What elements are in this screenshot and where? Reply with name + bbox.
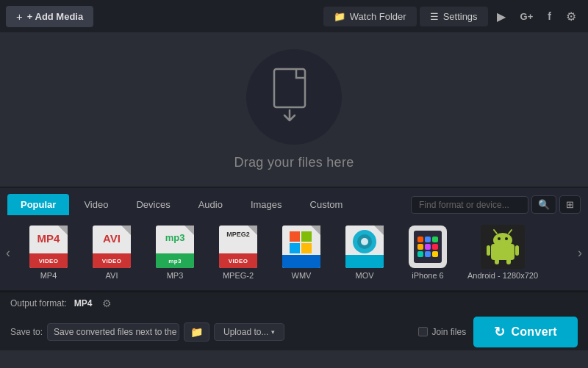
tab-popular[interactable]: Popular [7, 194, 69, 215]
mp3-icon: mp3 mp3 [153, 226, 197, 268]
tab-images[interactable]: Images [237, 194, 295, 215]
avi-icon: AVI VIDEO [90, 226, 134, 268]
save-path-text: Save converted files next to the o... [54, 327, 179, 337]
wmv-label: WMV [292, 271, 312, 280]
search-button[interactable]: 🔍 [531, 195, 556, 214]
drop-text: Drag your files here [234, 155, 354, 170]
svg-rect-14 [487, 245, 490, 256]
join-files-label[interactable]: Join files [418, 327, 466, 337]
plus-icon: + [16, 10, 23, 23]
svg-point-7 [361, 238, 368, 245]
mp4-icon: MP4 VIDEO [26, 226, 71, 268]
format-item-avi[interactable]: AVI VIDEO AVI [82, 221, 141, 284]
tab-custom[interactable]: Custom [297, 194, 356, 215]
svg-rect-17 [506, 259, 511, 264]
search-input[interactable] [411, 196, 528, 214]
mov-label: MOV [355, 271, 373, 280]
topbar: + + Add Media 📁 Watch Folder ☰ Settings … [0, 0, 588, 32]
settings-icon: ☰ [430, 11, 439, 22]
topbar-right: 📁 Watch Folder ☰ Settings ▶ G+ f ⚙ [323, 5, 582, 28]
svg-line-13 [509, 230, 512, 234]
watch-folder-icon: 📁 [334, 11, 345, 22]
format-search: 🔍 ⊞ [411, 195, 581, 214]
mp3-label: MP3 [167, 271, 184, 280]
svg-point-11 [505, 237, 508, 240]
output-format-label: Output format: [10, 298, 67, 309]
browse-folder-button[interactable]: 📁 [184, 322, 209, 342]
save-to-label: Save to: [10, 327, 43, 337]
facebook-button[interactable]: f [542, 5, 557, 27]
convert-icon: ↻ [494, 324, 505, 340]
right-actions: Join files ↻ Convert [418, 317, 578, 347]
svg-rect-15 [515, 245, 519, 256]
svg-line-12 [494, 230, 497, 234]
settings-label: Settings [443, 11, 478, 22]
facebook-icon: f [548, 10, 551, 22]
save-row: Save to: Save converted files next to th… [10, 317, 578, 347]
windows-logo [290, 231, 313, 255]
mpeg2-label: MPEG-2 [223, 271, 254, 280]
svg-rect-4 [301, 243, 312, 253]
format-item-mpeg2[interactable]: MPEG2 VIDEO MPEG-2 [209, 221, 268, 284]
format-items-list: MP4 VIDEO MP4 AVI VIDEO AVI [16, 221, 572, 284]
svg-rect-1 [290, 231, 300, 242]
iphone6-icon [406, 226, 450, 268]
join-files-checkbox[interactable] [418, 327, 428, 336]
convert-label: Convert [511, 325, 557, 339]
upload-label: Upload to... [223, 327, 268, 337]
svg-point-9 [493, 233, 512, 248]
watch-folder-label: Watch Folder [350, 11, 406, 22]
youtube-icon: ▶ [497, 10, 506, 23]
join-files-text: Join files [431, 327, 466, 337]
format-item-wmv[interactable]: WMV [272, 221, 331, 284]
avi-label: AVI [106, 271, 118, 280]
mov-icon [343, 226, 387, 268]
scroll-left-button[interactable]: ‹ [0, 227, 16, 278]
wmv-icon [279, 226, 323, 268]
drop-area[interactable]: Drag your files here [0, 32, 588, 187]
mp4-label: MP4 [40, 271, 57, 280]
upload-chevron-icon: ▾ [271, 328, 275, 336]
iphone6-label: iPhone 6 [412, 271, 443, 280]
folder-icon: 📁 [190, 326, 203, 338]
add-media-label: + Add Media [27, 11, 83, 22]
svg-rect-16 [495, 259, 499, 264]
youtube-button[interactable]: ▶ [491, 5, 512, 28]
output-format-row: Output format: MP4 ⚙ [10, 296, 578, 311]
convert-button[interactable]: ↻ Convert [473, 317, 578, 347]
format-tabs: Popular Video Devices Audio Images Custo… [0, 188, 588, 215]
watch-folder-button[interactable]: 📁 Watch Folder [323, 7, 417, 26]
drop-circle [246, 49, 342, 145]
gear-icon: ⚙ [566, 10, 576, 23]
format-section: Popular Video Devices Audio Images Custo… [0, 187, 588, 290]
add-media-button[interactable]: + + Add Media [6, 6, 93, 27]
scroll-right-button[interactable]: › [572, 227, 588, 278]
format-items-row: ‹ MP4 VIDEO MP4 AVI VIDEO [0, 215, 588, 290]
gear-button[interactable]: ⚙ [560, 5, 582, 28]
quicktime-logo [351, 228, 378, 255]
tab-audio[interactable]: Audio [185, 194, 236, 215]
drop-icon [268, 68, 320, 126]
android-label: Android - 1280x720 [467, 271, 538, 280]
gplus-icon: G+ [520, 11, 534, 22]
android-icon [481, 226, 525, 268]
android-robot-svg [485, 228, 520, 266]
upload-button[interactable]: Upload to... ▾ [214, 323, 284, 341]
format-item-iphone6[interactable]: iPhone 6 [398, 221, 457, 284]
svg-rect-3 [290, 243, 300, 253]
format-item-mov[interactable]: MOV [335, 221, 394, 284]
tab-video[interactable]: Video [71, 194, 121, 215]
svg-point-10 [498, 237, 501, 240]
gplus-button[interactable]: G+ [514, 5, 539, 27]
svg-rect-2 [301, 231, 312, 242]
save-path-selector[interactable]: Save converted files next to the o... ▾ [47, 323, 179, 341]
output-settings-button[interactable]: ⚙ [99, 296, 115, 311]
bottom-bar: Output format: MP4 ⚙ Save to: Save conve… [0, 292, 588, 350]
format-item-mp3[interactable]: mp3 mp3 MP3 [146, 221, 204, 284]
svg-rect-0 [274, 69, 305, 107]
format-item-mp4[interactable]: MP4 VIDEO MP4 [19, 221, 78, 284]
grid-view-button[interactable]: ⊞ [559, 195, 581, 214]
tab-devices[interactable]: Devices [123, 194, 183, 215]
format-item-android[interactable]: Android - 1280x720 [462, 221, 544, 284]
settings-button[interactable]: ☰ Settings [420, 7, 488, 26]
